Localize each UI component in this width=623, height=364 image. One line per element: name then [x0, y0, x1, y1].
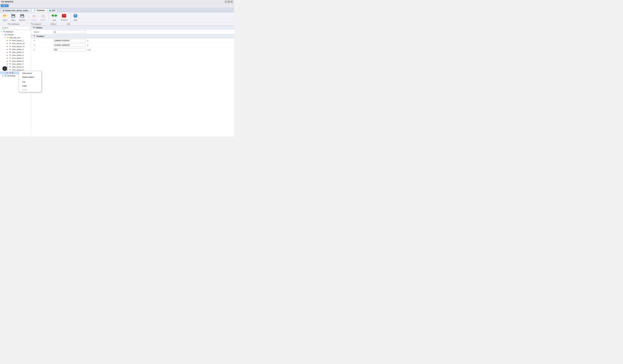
- tree-item-database[interactable]: ▾ Database: [0, 30, 31, 33]
- tab-database-label: Database: [37, 9, 45, 12]
- station-input[interactable]: [53, 30, 86, 33]
- tree-label-hist-obs-rsm: hist_obs_rsm: [10, 37, 20, 39]
- tree-item-chon-kemin-4[interactable]: ▶ ⚑ chon_kemin_4: [0, 54, 31, 57]
- tree-arrow-chon-kemin-2: ▶: [7, 49, 9, 50]
- tree-label-chon-kemin-4: chon_kemin_4: [12, 54, 24, 56]
- add-icon: ✚: [51, 14, 57, 18]
- import-label: Import: [31, 19, 37, 21]
- tree-label-chon-kemin-10: chon_kemin_10: [12, 42, 25, 44]
- tree-item-chon-kemin-10[interactable]: ▶ ⚑ chon_kemin_10: [0, 42, 31, 45]
- add-button[interactable]: ✚ Add: [50, 13, 59, 22]
- tree-label-chon-kemin-1: chon_kemin_1: [12, 40, 24, 41]
- x-label: X :: [34, 40, 53, 41]
- svg-point-0: [3, 31, 5, 32]
- tree-icon-chon-kemin-2: ⚑: [9, 48, 11, 50]
- search-input[interactable]: [1, 26, 30, 29]
- z-label: Z :: [34, 49, 53, 51]
- tree-label-q: Q: [12, 72, 13, 74]
- context-menu-copy[interactable]: Copy: [19, 84, 41, 88]
- tree-item-chon-kemin-7[interactable]: ▶ ⚑ chon_kemin_7: [0, 62, 31, 65]
- y-unit: m: [87, 44, 89, 46]
- tree-icon-hist-obs-rsm: 📁: [6, 37, 9, 39]
- tree-label-database: Database: [6, 31, 13, 33]
- model-tab-icon: [3, 10, 4, 11]
- open-button[interactable]: Open: [1, 13, 9, 22]
- gis-tab-icon: [49, 10, 51, 11]
- toolbar-group-file-database: Open Save SaveAs: [0, 13, 28, 22]
- tree-label-chon-kemin-5: chon_kemin_5: [12, 57, 24, 59]
- help-label: Help: [73, 19, 78, 21]
- save-button[interactable]: Save: [10, 13, 17, 22]
- tree-arrow-chon-kemin-3: ▶: [7, 51, 9, 53]
- position-header-icon: 📍: [33, 35, 36, 38]
- tree-icon-chon-kemin-9: ⚑: [9, 69, 11, 71]
- tab-database[interactable]: 🗄 Database: [31, 9, 47, 12]
- tabs-bar: Model chon_kemin_mode... 🗄 Database GIS: [0, 8, 234, 12]
- app-title: RS MINERVE: [1, 1, 13, 3]
- export-icon: [41, 14, 45, 18]
- tree-item-chon-kemin-5[interactable]: ▶ ⚑ chon_kemin_5: [0, 57, 31, 60]
- window-controls: — ❐ ✕: [225, 1, 233, 3]
- remove-button[interactable]: — Remove: [59, 13, 69, 21]
- tree-icon-chon-kemin-7: ⚑: [9, 63, 11, 65]
- tree-item-climate[interactable]: ▾ Climate: [0, 33, 31, 36]
- restore-button[interactable]: ❐: [228, 1, 230, 3]
- tab-gis-label: GIS: [52, 9, 55, 12]
- saveas-button[interactable]: SaveAs: [18, 13, 27, 22]
- tree-arrow-chon-kemin-10: ▶: [7, 43, 9, 44]
- help-icon: ?: [73, 14, 77, 18]
- context-menu: Add sensor Delete station Cut Copy Paste: [19, 71, 42, 92]
- toolbar-group-file-dataset: Import Export: [28, 13, 49, 22]
- tree-item-chon-kemin-11[interactable]: ▶ ⚑ chon_kemin_11: [0, 45, 31, 48]
- position-section-label: Position: [37, 35, 44, 38]
- menu-bar: File ▾: [0, 4, 234, 8]
- station-section-header: ⚑ Station: [31, 26, 234, 30]
- tree-arrow-chon-kemin-9: ▶: [7, 69, 9, 71]
- context-menu-add-sensor[interactable]: Add sensor: [19, 71, 41, 75]
- x-form-row: X : m: [31, 38, 234, 43]
- tree-arrow-q: ▶: [7, 72, 9, 74]
- tree-arrow-chon-kemin-8: ▶: [7, 66, 9, 68]
- database-tab-icon: 🗄: [34, 9, 36, 12]
- y-input[interactable]: [53, 44, 86, 47]
- tree-arrow-climate: ▾: [2, 34, 4, 36]
- context-menu-delete-station[interactable]: Delete station: [19, 75, 41, 79]
- tree-item-hist-obs-rsm[interactable]: ▾ 📁 hist_obs_rsm: [0, 36, 31, 39]
- tree-item-chon-kemin-1[interactable]: ▶ ⚑ chon_kemin_1: [0, 39, 31, 42]
- tree-item-chon-kemin-2[interactable]: ▶ ⚑ chon_kemin_2: [0, 48, 31, 51]
- tree-icon-database: [3, 31, 5, 33]
- station-section-label: Station: [36, 26, 43, 29]
- toolbar: Open Save SaveAs Import Export ✚ Add — R…: [0, 12, 234, 23]
- station-label: Station :: [34, 31, 53, 33]
- tree-label-chon-kemin-2: chon_kemin_2: [12, 48, 24, 50]
- context-menu-paste[interactable]: Paste: [19, 88, 41, 92]
- tree-label-chon-kemin-11: chon_kemin_11: [12, 45, 25, 47]
- help-button[interactable]: ? Help: [72, 13, 79, 22]
- z-form-row: Z : masl: [31, 47, 234, 52]
- file-menu[interactable]: File ▾: [1, 4, 9, 7]
- import-button[interactable]: Import: [30, 13, 38, 22]
- minimize-button[interactable]: —: [225, 1, 227, 3]
- export-button[interactable]: Export: [39, 13, 47, 22]
- x-input[interactable]: [53, 39, 86, 42]
- right-panel: ⚑ Station Station : 📍 Position X : m Y :…: [31, 26, 234, 137]
- tree-icon-chon-kemin-5: ⚑: [9, 57, 11, 59]
- x-unit: m: [87, 40, 89, 41]
- tree-icon-chon-kemin-4: ⚑: [9, 54, 11, 56]
- y-form-row: Y : m: [31, 43, 234, 47]
- tab-gis[interactable]: GIS: [47, 9, 57, 12]
- tree-item-chon-kemin-3[interactable]: ▶ ⚑ chon_kemin_3: [0, 51, 31, 54]
- tab-model[interactable]: Model chon_kemin_mode...: [1, 9, 31, 12]
- z-input[interactable]: [53, 48, 86, 51]
- station-form-row: Station :: [31, 30, 234, 34]
- tree-item-chon-kemin-6[interactable]: ▶ ⚑ chon_kemin_6: [0, 60, 31, 62]
- close-button[interactable]: ✕: [231, 1, 233, 3]
- tree-icon-q: ⚑: [9, 72, 11, 74]
- context-menu-cut[interactable]: Cut: [19, 80, 41, 84]
- save-icon: [11, 14, 15, 18]
- open-icon: [3, 14, 7, 18]
- saveas-label: SaveAs: [19, 19, 26, 21]
- file-menu-label: File ▾: [2, 4, 7, 7]
- tree-icon-climate: [4, 34, 7, 36]
- remove-label: Remove: [61, 19, 68, 21]
